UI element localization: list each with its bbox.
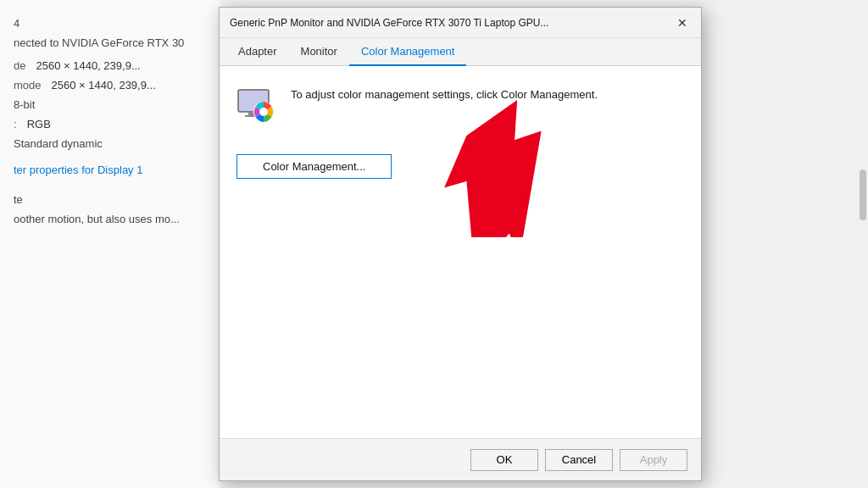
- color-mgmt-description: To adjust color management settings, cli…: [291, 86, 684, 103]
- dialog-window: Generic PnP Monitor and NVIDIA GeForce R…: [219, 7, 702, 481]
- tab-bar: Adapter Monitor Color Management: [220, 38, 701, 66]
- bg-label-6: :: [14, 118, 17, 130]
- bg-link[interactable]: ter properties for Display 1: [14, 164, 142, 176]
- bg-value-3: 2560 × 1440, 239,9...: [36, 59, 140, 72]
- bg-label-4: mode: [14, 79, 42, 92]
- bg-line-1: 4: [14, 17, 207, 30]
- bg-line-4: mode 2560 × 1440, 239,9...: [14, 79, 207, 92]
- ok-button[interactable]: OK: [470, 449, 538, 471]
- bg-note-value: oother motion, but also uses mo...: [14, 213, 207, 225]
- title-bar: Generic PnP Monitor and NVIDIA GeForce R…: [220, 8, 701, 38]
- dialog-title: Generic PnP Monitor and NVIDIA GeForce R…: [230, 17, 548, 29]
- background-right: [695, 0, 868, 488]
- cancel-button[interactable]: Cancel: [545, 449, 613, 471]
- bg-label-3: de: [14, 59, 25, 72]
- tab-monitor[interactable]: Monitor: [289, 38, 349, 66]
- color-management-icon: [236, 86, 277, 127]
- bg-line-7: Standard dynamic: [14, 137, 207, 150]
- bg-line-5: 8-bit: [14, 98, 207, 111]
- color-management-button[interactable]: Color Management...: [236, 154, 392, 179]
- tab-color-management[interactable]: Color Management: [349, 38, 467, 66]
- apply-button[interactable]: Apply: [620, 449, 687, 471]
- bg-text-2: nected to NVIDIA GeForce RTX 30: [14, 36, 184, 49]
- color-mgmt-section: To adjust color management settings, cli…: [236, 86, 684, 127]
- scrollbar[interactable]: [860, 169, 866, 220]
- body-spacer: [236, 179, 684, 418]
- bg-value-7: Standard dynamic: [14, 137, 103, 150]
- bg-line-6: : RGB: [14, 118, 207, 130]
- bg-note: te oother motion, but also uses mo...: [14, 193, 207, 225]
- bg-line-3: de 2560 × 1440, 239,9...: [14, 59, 207, 72]
- background-panel: 4 nected to NVIDIA GeForce RTX 30 de 256…: [0, 0, 220, 488]
- bg-line-2: nected to NVIDIA GeForce RTX 30: [14, 36, 207, 49]
- bg-note-label: te: [14, 193, 207, 206]
- dialog-body: To adjust color management settings, cli…: [220, 66, 701, 438]
- close-button[interactable]: ✕: [670, 11, 694, 35]
- bg-value-4: 2560 × 1440, 239,9...: [52, 79, 156, 92]
- bg-link-wrap: ter properties for Display 1: [14, 164, 207, 176]
- svg-point-4: [259, 108, 268, 116]
- bg-value-6: RGB: [27, 118, 51, 130]
- bg-text-1: 4: [14, 17, 19, 30]
- tab-adapter[interactable]: Adapter: [226, 38, 289, 66]
- color-mgmt-btn-wrap: Color Management...: [236, 154, 684, 179]
- dialog-footer: OK Cancel Apply: [220, 438, 701, 480]
- bg-value-5: 8-bit: [14, 98, 35, 111]
